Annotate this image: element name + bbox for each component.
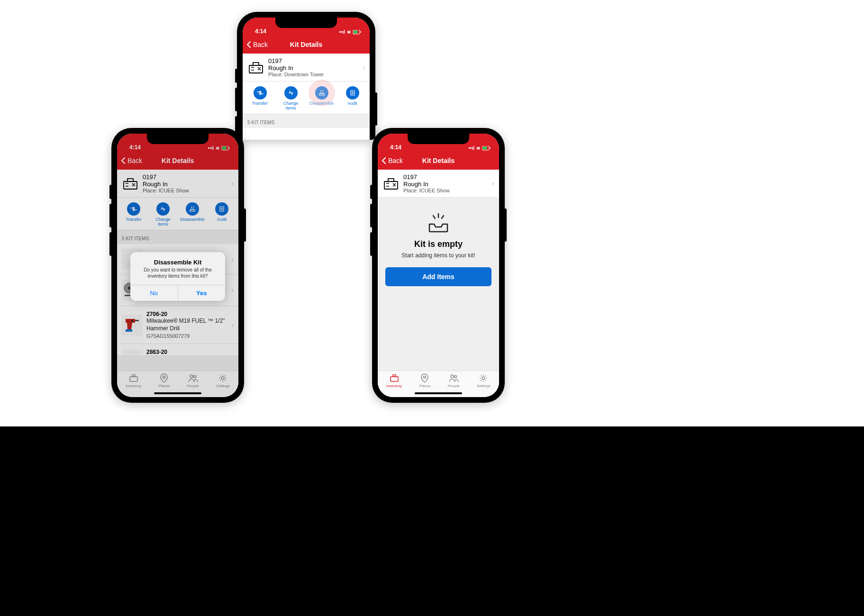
tab-people[interactable]: People — [187, 373, 199, 390]
kit-place: Place: ICUEE Show — [143, 188, 231, 193]
page-title: Kit Details — [162, 157, 194, 164]
chevron-left-icon — [121, 157, 127, 164]
svg-rect-9 — [124, 181, 137, 189]
svg-point-32 — [451, 375, 454, 378]
alert-yes-button[interactable]: Yes — [178, 285, 226, 301]
action-row: Transfer Change Items Disassemble Audit — [117, 198, 238, 230]
disassemble-label: Disassemble — [180, 217, 205, 222]
screen-left: 4:14 ••ıl ≋ Back Kit Details — [117, 134, 238, 397]
add-items-button[interactable]: Add Items — [385, 267, 491, 286]
back-label: Back — [388, 157, 403, 164]
svg-rect-1 — [354, 30, 358, 33]
svg-point-22 — [194, 376, 196, 378]
tab-settings[interactable]: Settings — [216, 373, 230, 390]
kit-name: Rough In — [268, 64, 363, 72]
chevron-left-icon — [382, 157, 387, 164]
nav-bar: Back Kit Details — [243, 36, 370, 54]
alert-no-button[interactable]: No — [130, 285, 178, 301]
kit-icon — [382, 175, 400, 192]
settings-icon — [218, 373, 228, 383]
tab-places[interactable]: Places — [158, 373, 170, 390]
device-notch — [408, 134, 469, 144]
audit-label: Audit — [217, 217, 227, 222]
item-name: Milwaukee® M18 FUEL ™ 1/2" Hammer Drill — [146, 317, 231, 332]
kit-header-row[interactable]: 0197 Rough In Place: ICUEE Show › — [117, 170, 238, 198]
kit-place: Place: ICUEE Show — [403, 188, 492, 193]
item-sku: 2706-20 — [146, 311, 231, 317]
svg-rect-30 — [393, 375, 396, 377]
alert-title: Disassemble Kit — [136, 259, 219, 266]
kit-name: Rough In — [143, 181, 231, 188]
tab-inventory[interactable]: Inventory — [126, 373, 141, 390]
kit-header-row[interactable]: 0197 Rough In Place: Downtown Tower › — [243, 54, 370, 82]
kit-icon — [247, 59, 264, 76]
tab-label: Inventory — [126, 384, 141, 388]
tab-label: Inventory — [386, 384, 402, 388]
chevron-right-icon: › — [231, 255, 234, 263]
device-notch — [147, 134, 209, 144]
svg-rect-28 — [388, 179, 394, 181]
tab-settings[interactable]: Settings — [477, 373, 491, 390]
svg-rect-15 — [135, 320, 139, 321]
back-button[interactable]: Back — [378, 157, 403, 164]
svg-rect-10 — [127, 179, 133, 181]
list-item[interactable]: 2863-20 — [117, 344, 238, 356]
empty-subtitle: Start adding items to your kit! — [401, 252, 475, 259]
empty-title: Kit is empty — [414, 239, 463, 249]
svg-point-23 — [221, 377, 224, 380]
disassemble-button[interactable]: Disassemble — [178, 202, 207, 227]
list-item[interactable]: 2706-20 Milwaukee® M18 FUEL ™ 1/2" Hamme… — [117, 306, 238, 344]
audit-button[interactable]: Audit — [338, 86, 367, 111]
phone-frame-right: 4:14 ••ıl ≋ Back Kit Details — [372, 128, 505, 403]
home-indicator[interactable] — [154, 392, 201, 394]
tool-thumb — [122, 350, 143, 354]
audit-icon — [346, 86, 359, 100]
svg-rect-19 — [132, 375, 135, 377]
back-button[interactable]: Back — [243, 41, 268, 48]
inventory-icon — [128, 373, 139, 383]
screen-top: 4:14 ••ıl ≋ Back Kit Details — [243, 18, 370, 140]
people-icon — [188, 373, 198, 383]
svg-point-17 — [131, 320, 133, 322]
transfer-label: Transfer — [126, 217, 141, 222]
svg-rect-4 — [253, 63, 259, 65]
tab-label: People — [448, 384, 460, 388]
places-icon — [419, 373, 430, 383]
change-items-button[interactable]: Change Items — [277, 86, 305, 111]
svg-rect-18 — [130, 377, 137, 381]
change-items-icon — [156, 202, 170, 216]
transfer-label: Transfer — [252, 101, 268, 106]
svg-point-21 — [190, 375, 193, 378]
screen-right: 4:14 ••ıl ≋ Back Kit Details — [378, 134, 499, 397]
audit-button[interactable]: Audit — [208, 202, 236, 227]
svg-point-31 — [424, 376, 426, 379]
transfer-button[interactable]: Transfer — [246, 86, 274, 111]
transfer-button[interactable]: Transfer — [119, 202, 148, 227]
tab-label: Settings — [477, 384, 491, 388]
status-time: 4:14 — [251, 28, 266, 35]
device-notch — [275, 18, 337, 28]
home-indicator[interactable] — [415, 392, 462, 394]
audit-icon — [215, 202, 228, 216]
svg-rect-7 — [222, 146, 227, 149]
status-icons: ••ıl ≋ — [468, 145, 491, 151]
battery-icon — [482, 146, 491, 151]
tab-inventory[interactable]: Inventory — [386, 373, 402, 390]
places-icon — [159, 373, 169, 383]
disassemble-button[interactable]: Disassemble — [308, 86, 336, 111]
change-items-label: Change Items — [155, 217, 171, 227]
action-row: Transfer Change Items Disassemble — [243, 82, 370, 114]
disassemble-label: Disassemble — [309, 101, 334, 106]
empty-state: Kit is empty Start adding items to your … — [378, 198, 499, 397]
tab-places[interactable]: Places — [419, 373, 430, 390]
chevron-right-icon: › — [363, 63, 365, 71]
kit-name: Rough In — [403, 181, 492, 188]
tab-people[interactable]: People — [448, 373, 460, 390]
chevron-right-icon: › — [231, 321, 234, 329]
item-serial: G75AD155007279 — [146, 333, 231, 339]
kit-header-row[interactable]: 0197 Rough In Place: ICUEE Show › — [378, 170, 499, 198]
alert-message: Do you want to remove all of the invento… — [136, 267, 219, 279]
svg-rect-25 — [483, 146, 487, 149]
back-button[interactable]: Back — [117, 157, 142, 164]
change-items-button[interactable]: Change Items — [149, 202, 177, 227]
